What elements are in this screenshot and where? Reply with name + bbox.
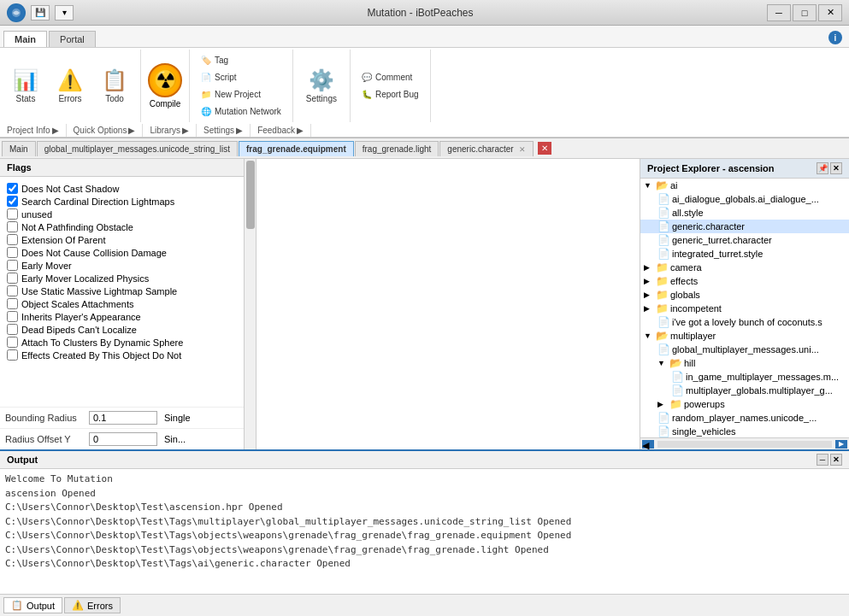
folder-open-icon: 📂 [656, 179, 669, 191]
tree-item-ai-dialogue[interactable]: 📄 ai_dialogue_globals.ai_dialogue_... [640, 192, 849, 206]
flag-checkbox-12[interactable] [7, 337, 18, 348]
save-button[interactable]: 💾 [31, 5, 50, 21]
flag-dead-bipeds: Dead Bipeds Can't Localize [5, 323, 251, 336]
output-tab-errors[interactable]: ⚠️ Errors [64, 597, 121, 613]
save-dropdown-button[interactable]: ▾ [55, 5, 74, 21]
output-header-controls: ─ ✕ [817, 454, 842, 466]
bounding-radius-input[interactable] [89, 411, 157, 425]
flag-checkbox-8[interactable] [7, 285, 18, 296]
tab-main[interactable]: Main [3, 31, 47, 47]
tree-item-hill[interactable]: ▼ 📂 hill [640, 356, 849, 370]
flag-checkbox-5[interactable] [7, 247, 18, 258]
panel-pin-button[interactable]: 📌 [817, 162, 828, 174]
output-line-0: Welcome To Mutation [5, 472, 844, 487]
tree-toggle-globals[interactable]: ▶ [644, 290, 654, 299]
scroll-right-btn[interactable]: ▶ [835, 440, 847, 449]
output-panel: Output ─ ✕ Welcome To Mutation ascension… [0, 449, 849, 616]
flag-checkbox-7[interactable] [7, 273, 18, 284]
tree-toggle-hill[interactable]: ▼ [657, 359, 668, 367]
scroll-left-btn[interactable]: ◀ [642, 440, 654, 449]
tree-item-random-player[interactable]: 📄 random_player_names.unicode_... [640, 411, 849, 425]
close-button[interactable]: ✕ [818, 4, 842, 21]
radius-offset-input[interactable] [89, 432, 157, 446]
chevron-right-icon4: ▶ [236, 126, 243, 135]
maximize-button[interactable]: □ [793, 4, 817, 21]
scrollbar[interactable] [244, 159, 256, 449]
ribbon-top-row: 📊 Stats ⚠️ Errors 📋 Todo ☢️ [0, 48, 849, 124]
tree-item-powerups[interactable]: ▶ 📁 powerups [640, 397, 849, 411]
todo-button[interactable]: 📋 Todo [96, 65, 133, 107]
tree-item-integrated-turret[interactable]: 📄 integrated_turret.style [640, 247, 849, 261]
flag-checkbox-10[interactable] [7, 311, 18, 322]
stats-icon: 📊 [13, 68, 38, 92]
editor-tab-frag-light[interactable]: frag_grenade.light [355, 141, 439, 156]
tree-toggle-multiplayer[interactable]: ▼ [644, 331, 654, 340]
editor-tab-generic-character[interactable]: generic.character ✕ [439, 141, 534, 156]
tree-item-globals[interactable]: ▶ 📁 globals [640, 288, 849, 302]
tree-toggle-effects[interactable]: ▶ [644, 277, 654, 285]
tree-item-generic-turret[interactable]: 📄 generic_turret.character [640, 233, 849, 247]
output-ctrl-btn[interactable]: ─ [817, 454, 828, 466]
horizontal-scrollbar[interactable]: ◀ ▶ [640, 437, 849, 449]
tab-close-icon[interactable]: ✕ [519, 145, 526, 154]
flag-checkbox-2[interactable] [7, 208, 18, 220]
mutation-network-button[interactable]: 🌐 Mutation Network [197, 104, 286, 119]
tab-portal[interactable]: Portal [49, 31, 96, 47]
tree-item-incompetent[interactable]: ▶ 📁 incompetent [640, 302, 849, 315]
tree-item-coconuts[interactable]: 📄 i've got a lovely bunch of coconuts.s [640, 315, 849, 329]
output-tabs: 📋 Output ⚠️ Errors [0, 594, 849, 616]
flag-checkbox-6[interactable] [7, 260, 18, 271]
flag-checkbox-4[interactable] [7, 234, 18, 245]
tree-toggle-incompetent[interactable]: ▶ [644, 304, 654, 313]
section-project-info[interactable]: Project Info ▶ [0, 124, 67, 137]
tree-item-generic-character[interactable]: 📄 generic.character [640, 220, 849, 233]
section-settings[interactable]: Settings ▶ [197, 124, 251, 137]
flag-checkbox-13[interactable] [7, 349, 18, 361]
close-all-tabs-button[interactable]: ✕ [538, 142, 551, 155]
panel-close-button[interactable]: ✕ [830, 162, 842, 174]
output-line-2: C:\Users\Connor\Desktop\Test\ascension.h… [5, 501, 844, 515]
tree-toggle-ai[interactable]: ▼ [644, 181, 654, 190]
minimize-button[interactable]: ─ [767, 4, 791, 21]
flag-checkbox-9[interactable] [7, 298, 18, 309]
section-feedback[interactable]: Feedback ▶ [251, 124, 311, 137]
new-project-button[interactable]: 📁 New Project [197, 87, 286, 102]
report-bug-button[interactable]: 🐛 Report Bug [357, 87, 423, 102]
tree-item-mp-globals[interactable]: 📄 multiplayer_globals.multiplayer_g... [640, 384, 849, 397]
tree-item-global-mp-messages[interactable]: 📄 global_multiplayer_messages.uni... [640, 343, 849, 356]
errors-button[interactable]: ⚠️ Errors [51, 65, 89, 107]
script-button[interactable]: 📄 Script [197, 70, 286, 85]
tree-toggle-powerups[interactable]: ▶ [657, 400, 668, 408]
new-project-icon: 📁 [201, 90, 211, 99]
tree-item-in-game-mp[interactable]: 📄 in_game_multiplayer_messages.m... [640, 370, 849, 384]
scroll-track [657, 441, 832, 448]
flag-checkbox-0[interactable] [7, 183, 18, 194]
output-tab-output[interactable]: 📋 Output [3, 597, 62, 613]
flag-checkbox-1[interactable] [7, 196, 18, 207]
section-quick-options[interactable]: Quick Options ▶ [67, 124, 144, 137]
tag-button[interactable]: 🏷️ Tag [197, 53, 286, 67]
settings-button[interactable]: ⚙️ Settings [300, 65, 343, 107]
stats-button[interactable]: 📊 Stats [7, 65, 44, 107]
scroll-thumb[interactable] [246, 161, 255, 229]
tree-item-all-style[interactable]: 📄 all.style [640, 206, 849, 220]
section-librarys[interactable]: Librarys ▶ [143, 124, 197, 137]
tree-toggle-camera[interactable]: ▶ [644, 263, 654, 272]
errors-tab-icon: ⚠️ [72, 600, 84, 611]
output-close-btn[interactable]: ✕ [830, 454, 842, 466]
tree-item-single-vehicles[interactable]: 📄 single_vehicles [640, 425, 849, 437]
tree-item-ai[interactable]: ▼ 📂 ai [640, 179, 849, 192]
flag-checkbox-11[interactable] [7, 324, 18, 335]
compile-button[interactable]: ☢️ [148, 63, 182, 97]
editor-tab-frag-equipment[interactable]: frag_grenade.equipment [239, 141, 354, 156]
editor-tab-global-multiplayer[interactable]: global_multiplayer_messages.unicode_stri… [37, 141, 238, 156]
file-icon-9: 📄 [657, 412, 670, 424]
tree-item-multiplayer[interactable]: ▼ 📂 multiplayer [640, 329, 849, 343]
tree-item-camera[interactable]: ▶ 📁 camera [640, 261, 849, 274]
tree-item-effects[interactable]: ▶ 📁 effects [640, 274, 849, 288]
editor-tab-main[interactable]: Main [2, 141, 36, 156]
flags-content: Does Not Cast Shadow Search Cardinal Dir… [0, 177, 256, 407]
flag-checkbox-3[interactable] [7, 221, 18, 232]
info-badge[interactable]: i [828, 31, 842, 44]
comment-button[interactable]: 💬 Comment [357, 70, 423, 85]
